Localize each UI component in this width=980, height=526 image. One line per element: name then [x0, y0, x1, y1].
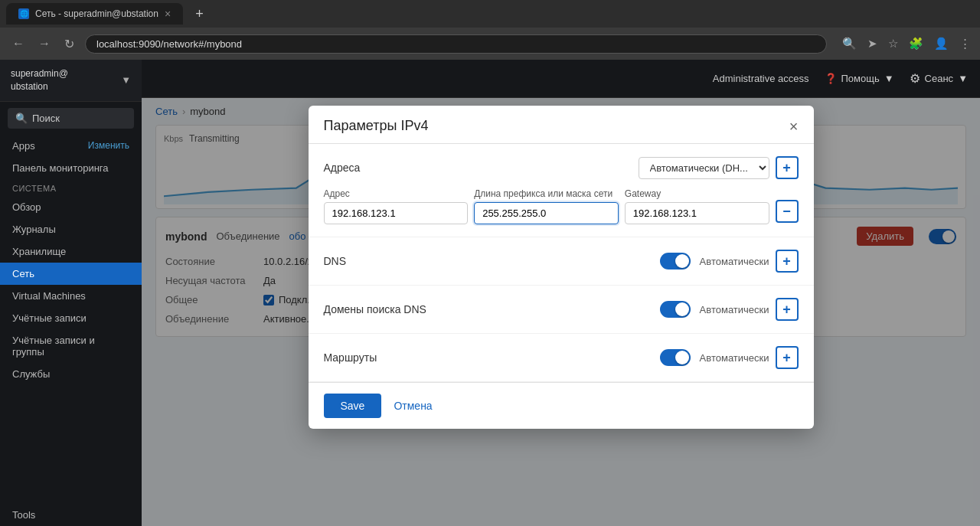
new-tab-button[interactable]: +	[189, 5, 210, 24]
modal-close-button[interactable]: ×	[789, 119, 799, 134]
admin-access-label: Administrative access	[713, 73, 809, 84]
sidebar-vms-label: Virtual Machines	[12, 290, 86, 302]
sidebar-collapse-icon[interactable]: ▼	[121, 74, 131, 86]
sidebar-item-network[interactable]: Сеть	[0, 263, 142, 285]
routes-add-button[interactable]: +	[776, 346, 799, 369]
session-button[interactable]: ⚙ Сеанс ▼	[910, 71, 968, 86]
nav-refresh-button[interactable]: ↻	[61, 34, 77, 54]
dns-search-toggle[interactable]	[660, 301, 691, 318]
bookmark-icon[interactable]: ☆	[888, 37, 898, 51]
search-icon[interactable]: 🔍	[842, 37, 857, 51]
help-chevron-icon: ▼	[884, 73, 894, 84]
dns-label: DNS	[324, 255, 347, 267]
sidebar-accounts-label: Учётные записи	[12, 312, 87, 324]
sidebar-item-logs[interactable]: Журналы	[0, 218, 142, 240]
modal-dialog: Параметры IPv4 × Адреса Автоматически (D…	[309, 106, 814, 429]
sidebar-accounts-groups-label: Учётные записи и группы	[12, 335, 129, 358]
address-remove-button[interactable]: −	[776, 200, 799, 223]
modal-body: Адреса Автоматически (DH... +	[309, 144, 814, 382]
dns-section: DNS Автоматически +	[309, 237, 814, 286]
help-label: Помощь	[841, 73, 880, 84]
sidebar-item-monitoring[interactable]: Панель мониторинга	[0, 157, 142, 179]
session-label: Сеанс	[925, 73, 954, 84]
dns-auto-label: Автоматически	[700, 256, 769, 267]
help-icon: ❓	[825, 73, 837, 84]
routes-toggle[interactable]	[660, 349, 691, 366]
sidebar-item-vms[interactable]: Virtual Machines	[0, 285, 142, 307]
gear-icon: ⚙	[910, 71, 920, 86]
sidebar-logs-label: Журналы	[12, 224, 56, 235]
address-bar[interactable]	[85, 34, 827, 54]
tab-close-icon[interactable]: ×	[165, 8, 171, 20]
tab-title: Сеть - superadmin@ubstation	[35, 8, 158, 19]
search-icon: 🔍	[15, 113, 28, 124]
prefix-col-label: Длина префикса или маска сети	[474, 188, 619, 199]
profile-icon[interactable]: 👤	[934, 37, 949, 51]
gateway-col-label: Gateway	[625, 188, 769, 199]
sidebar-item-accounts-groups[interactable]: Учётные записи и группы	[0, 329, 142, 363]
sidebar-monitoring-label: Панель мониторинга	[12, 162, 109, 174]
apps-change-link[interactable]: Изменить	[88, 140, 129, 151]
dns-add-button[interactable]: +	[776, 250, 799, 273]
address-input[interactable]	[324, 202, 469, 224]
routes-auto-label: Автоматически	[700, 352, 769, 364]
nav-forward-button[interactable]: →	[35, 34, 54, 54]
sidebar-item-storage[interactable]: Хранилище	[0, 240, 142, 263]
addresses-select[interactable]: Автоматически (DH...	[639, 157, 769, 179]
dns-search-section: Домены поиска DNS Автоматически +	[309, 286, 814, 334]
address-col-label: Адрес	[324, 188, 469, 199]
sidebar-network-label: Сеть	[12, 268, 34, 279]
extension-icon[interactable]: 🧩	[909, 37, 923, 51]
help-button[interactable]: ❓ Помощь ▼	[825, 73, 894, 84]
sidebar-user-line2: ubstation	[11, 80, 68, 93]
sidebar-search[interactable]: 🔍 Поиск	[0, 102, 142, 135]
save-button[interactable]: Save	[324, 394, 382, 418]
addresses-add-button[interactable]: +	[776, 156, 799, 179]
sidebar-tools-label: Tools	[12, 509, 35, 521]
dns-toggle[interactable]	[660, 253, 691, 270]
sidebar-item-accounts[interactable]: Учётные записи	[0, 307, 142, 329]
sidebar-header: superadmin@ ubstation ▼	[0, 60, 142, 102]
topbar: Administrative access ❓ Помощь ▼ ⚙ Сеанс…	[142, 60, 980, 98]
sidebar-tools-section: Tools	[0, 504, 142, 526]
browser-chrome: 🌐 Сеть - superadmin@ubstation × +	[0, 0, 980, 28]
sidebar-item-overview[interactable]: Обзор	[0, 196, 142, 218]
modal-title: Параметры IPv4	[324, 118, 429, 134]
prefix-input[interactable]	[474, 202, 619, 224]
sidebar-overview-label: Обзор	[12, 201, 41, 213]
modal-footer: Save Отмена	[309, 382, 814, 429]
modal-overlay: Параметры IPv4 × Адреса Автоматически (D…	[142, 98, 980, 526]
dns-search-add-button[interactable]: +	[776, 298, 799, 321]
dns-search-label: Домены поиска DNS	[324, 303, 426, 315]
menu-icon[interactable]: ⋮	[959, 37, 971, 51]
modal-header: Параметры IPv4 ×	[309, 106, 814, 144]
browser-nav-bar: ← → ↻ 🔍 ➤ ☆ 🧩 👤 ⋮	[0, 28, 980, 60]
send-icon[interactable]: ➤	[867, 37, 877, 51]
session-chevron-icon: ▼	[958, 73, 968, 84]
sidebar: superadmin@ ubstation ▼ 🔍 Поиск Apps Изм…	[0, 60, 142, 526]
sidebar-services-label: Службы	[12, 368, 50, 380]
addresses-label: Адреса	[324, 162, 361, 174]
browser-tab[interactable]: 🌐 Сеть - superadmin@ubstation ×	[6, 3, 183, 25]
sidebar-item-services[interactable]: Службы	[0, 363, 142, 385]
sidebar-user-line1: superadmin@	[11, 67, 68, 80]
main-content: Сеть › mybond Kbps Transmitting 09:03 09…	[142, 98, 980, 526]
routes-label: Маршруты	[324, 351, 377, 364]
sidebar-storage-label: Хранилище	[12, 246, 66, 257]
gateway-input[interactable]	[625, 202, 769, 224]
search-label: Поиск	[32, 113, 60, 124]
sidebar-system-header: Система	[0, 179, 142, 196]
routes-section: Маршруты Автоматически +	[309, 334, 814, 382]
cancel-button[interactable]: Отмена	[394, 400, 432, 412]
dns-search-auto-label: Автоматически	[700, 304, 769, 315]
addresses-section: Адреса Автоматически (DH... +	[309, 144, 814, 237]
tab-favicon: 🌐	[18, 8, 29, 19]
nav-back-button[interactable]: ←	[9, 34, 28, 54]
apps-label: Apps	[12, 140, 35, 152]
